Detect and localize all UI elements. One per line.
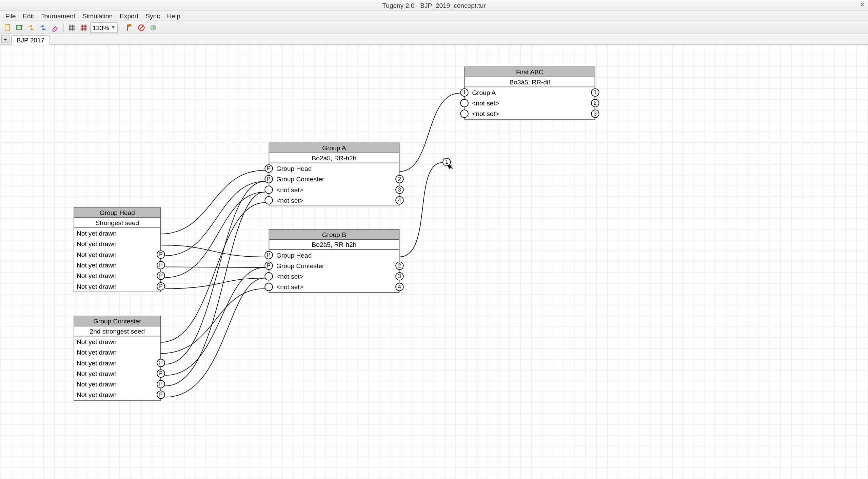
new-icon[interactable] — [2, 22, 13, 33]
add-node-icon[interactable]: + — [14, 22, 25, 33]
port-in[interactable] — [264, 272, 273, 280]
node-row[interactable]: P Group Head — [269, 163, 399, 174]
menu-help[interactable]: Help — [163, 12, 184, 20]
chevron-down-icon: ▼ — [111, 25, 116, 30]
port-out[interactable]: P — [157, 380, 165, 388]
port-out[interactable]: P — [157, 272, 165, 280]
port-out[interactable]: P — [157, 370, 165, 378]
zoom-value: 133% — [93, 24, 109, 31]
window-title: Tugeny 2.0 - BJP_2019_concept.tur — [382, 1, 486, 8]
port-in[interactable] — [264, 283, 273, 291]
node-group-head[interactable]: Group Head Strongest seed Not yet drawn … — [74, 207, 161, 292]
port-out[interactable]: P — [157, 261, 165, 269]
node-row[interactable]: <not set> 3 — [269, 271, 399, 281]
grid-small-icon[interactable] — [66, 22, 77, 33]
menu-file[interactable]: File — [2, 12, 19, 20]
port-out[interactable]: 4 — [395, 283, 403, 291]
port-in[interactable]: P — [264, 251, 273, 259]
port-out[interactable]: 2 — [395, 175, 403, 183]
node-subtitle: Strongest seed — [74, 218, 160, 228]
node-row[interactable]: Not yet drawnP — [74, 368, 160, 379]
port-in[interactable] — [264, 185, 273, 194]
swap-icon[interactable] — [26, 22, 36, 33]
titlebar: Tugeny 2.0 - BJP_2019_concept.tur × — [0, 0, 868, 11]
menu-export[interactable]: Export — [116, 12, 142, 20]
node-header: First ABC — [465, 67, 594, 77]
node-group-b[interactable]: Group B Bo2à5, RR-h2h P Group Head P Gro… — [269, 229, 400, 293]
port-in[interactable]: P — [264, 164, 273, 173]
grid-red-icon[interactable] — [78, 22, 89, 33]
swap-blue-icon[interactable] — [38, 22, 48, 33]
node-subtitle: Bo2à5, RR-h2h — [269, 153, 399, 163]
globe-icon[interactable] — [148, 22, 158, 33]
node-subtitle: 2nd strongest seed — [74, 326, 160, 337]
node-row[interactable]: <not set> 3 — [269, 184, 399, 195]
node-subtitle: Bo3à5, RR-dif — [465, 77, 594, 87]
port-out[interactable]: 2 — [395, 262, 403, 270]
node-header: Group Head — [74, 208, 160, 218]
port-in[interactable] — [460, 109, 468, 118]
node-row[interactable]: Not yet drawn — [74, 239, 160, 249]
prohibit-icon[interactable] — [136, 22, 147, 33]
flag-icon[interactable] — [124, 22, 135, 33]
menu-edit[interactable]: Edit — [19, 12, 38, 20]
node-row[interactable]: P Group Contester 2 — [269, 174, 399, 184]
tabstrip: + BJP 2017 — [0, 34, 868, 45]
canvas[interactable]: Group Head Strongest seed Not yet drawn … — [0, 45, 868, 479]
node-row[interactable]: Not yet drawnP — [74, 379, 160, 390]
node-row[interactable]: Not yet drawnP — [74, 260, 160, 270]
node-row[interactable]: P Group Contester 2 — [269, 260, 399, 271]
node-row[interactable]: Not yet drawnP — [74, 281, 160, 292]
close-icon[interactable]: × — [860, 1, 864, 9]
node-group-a[interactable]: Group A Bo2à5, RR-h2h P Group Head P Gro… — [269, 143, 400, 206]
node-row[interactable]: Not yet drawnP — [74, 358, 160, 368]
port-out[interactable]: P — [157, 359, 165, 367]
add-tab-button[interactable]: + — [1, 35, 9, 43]
node-header: Group Contester — [74, 316, 160, 326]
menubar: File Edit Tournament Simulation Export S… — [0, 11, 868, 21]
node-header: Group A — [269, 143, 399, 153]
port-out[interactable]: P — [157, 282, 165, 291]
node-first-abc[interactable]: First ABC Bo3à5, RR-dif 1 Group A 1 <not… — [465, 66, 595, 119]
port-in[interactable] — [460, 99, 468, 107]
node-row[interactable]: <not set> 4 — [269, 282, 399, 292]
node-row[interactable]: Not yet drawn — [74, 228, 160, 239]
node-row[interactable]: Not yet drawnP — [74, 271, 160, 281]
node-row[interactable]: <not set> 4 — [269, 195, 399, 205]
node-row[interactable]: <not set> 3 — [465, 108, 594, 119]
port-out[interactable]: 2 — [591, 99, 599, 107]
node-group-contester[interactable]: Group Contester 2nd strongest seed Not y… — [74, 316, 161, 401]
node-row[interactable]: P Group Head — [269, 250, 399, 260]
node-subtitle: Bo2à5, RR-h2h — [269, 240, 399, 250]
svg-marker-3 — [53, 26, 58, 31]
port-out[interactable]: 4 — [395, 196, 403, 204]
port-in[interactable]: P — [264, 175, 273, 183]
menu-simulation[interactable]: Simulation — [79, 12, 116, 20]
tab-active[interactable]: BJP 2017 — [11, 35, 50, 45]
node-header: Group B — [269, 230, 399, 240]
dragging-port[interactable]: 1 — [442, 158, 451, 166]
menu-tournament[interactable]: Tournament — [38, 12, 79, 20]
port-out[interactable]: 3 — [591, 109, 599, 118]
port-in[interactable]: 1 — [460, 88, 468, 97]
node-row[interactable]: <not set> 2 — [465, 98, 594, 108]
eraser-icon[interactable] — [50, 22, 60, 33]
node-row[interactable]: Not yet drawn — [74, 347, 160, 358]
svg-text:+: + — [21, 23, 23, 27]
port-out[interactable]: 3 — [395, 272, 403, 280]
toolbar-separator — [121, 23, 121, 32]
svg-line-21 — [140, 25, 143, 29]
node-row[interactable]: Not yet drawnP — [74, 249, 160, 260]
port-out[interactable]: P — [157, 251, 165, 259]
port-out[interactable]: P — [157, 391, 165, 399]
zoom-select[interactable]: 133% ▼ — [90, 22, 118, 33]
toolbar: + 133% ▼ — [0, 21, 868, 34]
node-row[interactable]: Not yet drawn — [74, 336, 160, 347]
node-row[interactable]: 1 Group A 1 — [465, 87, 594, 98]
port-out[interactable]: 1 — [591, 88, 599, 97]
node-row[interactable]: Not yet drawnP — [74, 390, 160, 400]
port-in[interactable]: P — [264, 262, 273, 270]
menu-sync[interactable]: Sync — [142, 12, 163, 20]
port-out[interactable]: 3 — [395, 185, 403, 194]
port-in[interactable] — [264, 196, 273, 204]
